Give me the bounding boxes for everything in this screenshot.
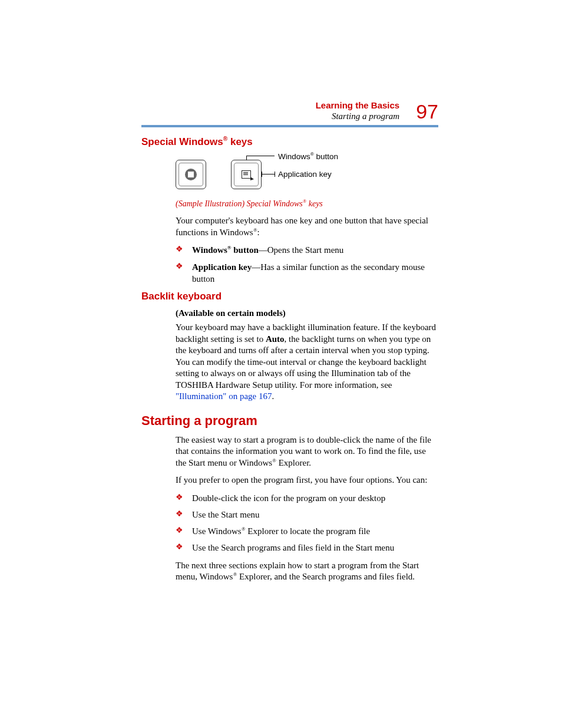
callout-line	[262, 174, 275, 174]
windows-key-icon	[176, 160, 206, 189]
illustration-special-keys: Windows® button Application key	[176, 154, 438, 195]
paragraph: The easiest way to start a program is to…	[176, 434, 438, 469]
paragraph: If you prefer to open the program first,…	[176, 475, 438, 486]
menu-cursor-icon	[242, 170, 251, 179]
list-item: Application key—Has a similar function a…	[176, 261, 438, 285]
header-chapter: Learning the Basics	[316, 100, 400, 111]
callout-line	[262, 172, 262, 177]
callout-label-windows-button: Windows® button	[278, 151, 338, 161]
callout-line	[275, 172, 275, 177]
windows-logo-icon	[185, 169, 197, 180]
list-item: Use the Search programs and files field …	[176, 542, 438, 554]
page-number: 97	[416, 101, 438, 121]
application-key-icon	[231, 160, 262, 189]
paragraph: The next three sections explain how to s…	[176, 560, 438, 583]
heading-special-windows-keys: Special Windows® keys	[141, 136, 438, 148]
link-illumination[interactable]: "Illumination" on page 167	[176, 391, 272, 401]
illustration-caption: (Sample Illustration) Special Windows® k…	[176, 199, 438, 209]
callout-line	[246, 156, 247, 160]
list-item: Use Windows® Explorer to locate the prog…	[176, 525, 438, 537]
header-rule	[141, 125, 438, 127]
list-item: Use the Start menu	[176, 509, 438, 521]
paragraph: Your keyboard may have a backlight illum…	[176, 322, 438, 403]
paragraph: Your computer's keyboard has one key and…	[176, 215, 438, 238]
header-section: Starting a program	[316, 111, 400, 121]
heading-starting-a-program: Starting a program	[141, 413, 438, 429]
page-header: Learning the Basics Starting a program 9…	[141, 100, 438, 121]
callout-line	[246, 156, 275, 156]
list-item: Windows® button—Opens the Start menu	[176, 244, 438, 256]
callout-label-application-key: Application key	[278, 170, 332, 179]
availability-note: (Available on certain models)	[176, 308, 438, 318]
heading-backlit-keyboard: Backlit keyboard	[141, 291, 438, 302]
list-item: Double-click the icon for the program on…	[176, 492, 438, 504]
